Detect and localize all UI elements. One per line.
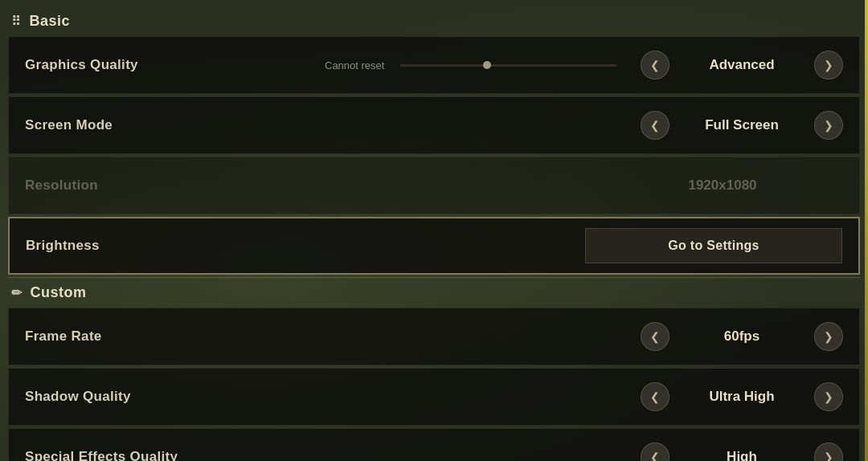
- special-effects-value: High: [669, 449, 814, 461]
- shadow-quality-value: Ultra High: [669, 389, 814, 405]
- graphics-quality-slider-area: Cannot reset: [325, 59, 641, 71]
- screen-mode-label: Screen Mode: [25, 117, 641, 133]
- custom-label: Custom: [31, 284, 87, 301]
- graphics-quality-slider[interactable]: [400, 64, 616, 67]
- screen-mode-value: Full Screen: [669, 117, 814, 133]
- special-effects-quality-label: Special Effects Quality: [25, 449, 641, 461]
- graphics-quality-label: Graphics Quality: [25, 57, 325, 73]
- custom-section-header: ✏ Custom: [8, 277, 860, 308]
- special-effects-left-arrow[interactable]: ❮: [641, 443, 669, 461]
- basic-icon: ⠿: [11, 14, 22, 29]
- screen-mode-row: Screen Mode ❮ Full Screen ❯: [8, 96, 860, 154]
- screen-mode-right-arrow[interactable]: ❯: [814, 111, 843, 140]
- frame-rate-value: 60fps: [669, 328, 814, 345]
- graphics-quality-value: Advanced: [669, 57, 814, 73]
- screen-mode-control: ❮ Full Screen ❯: [641, 111, 843, 140]
- goto-settings-button[interactable]: Go to Settings: [585, 228, 842, 263]
- frame-rate-left-arrow[interactable]: ❮: [641, 322, 669, 351]
- graphics-quality-right-arrow[interactable]: ❯: [814, 51, 843, 80]
- graphics-quality-control: ❮ Advanced ❯: [641, 51, 843, 80]
- slider-thumb[interactable]: [483, 61, 491, 69]
- resolution-label: Resolution: [25, 177, 602, 194]
- shadow-quality-control: ❮ Ultra High ❯: [641, 382, 843, 411]
- brightness-label: Brightness: [26, 238, 585, 254]
- shadow-quality-right-arrow[interactable]: ❯: [814, 382, 843, 411]
- frame-rate-label: Frame Rate: [25, 328, 641, 345]
- frame-rate-control: ❮ 60fps ❯: [641, 322, 843, 351]
- resolution-row: Resolution 1920x1080: [8, 157, 860, 214]
- shadow-quality-label: Shadow Quality: [25, 389, 641, 405]
- shadow-quality-left-arrow[interactable]: ❮: [641, 382, 669, 411]
- frame-rate-right-arrow[interactable]: ❯: [814, 322, 843, 351]
- brightness-row: Brightness Go to Settings: [8, 217, 860, 275]
- frame-rate-row: Frame Rate ❮ 60fps ❯: [8, 308, 860, 365]
- special-effects-quality-row: Special Effects Quality ❮ High ❯: [8, 428, 860, 461]
- screen-mode-left-arrow[interactable]: ❮: [641, 111, 669, 140]
- right-accent-border: [865, 0, 868, 461]
- custom-icon: ✏: [11, 285, 23, 300]
- basic-label: Basic: [30, 13, 71, 30]
- graphics-quality-left-arrow[interactable]: ❮: [641, 51, 669, 80]
- cannot-reset-label: Cannot reset: [325, 59, 384, 71]
- special-effects-right-arrow[interactable]: ❯: [814, 443, 843, 461]
- graphics-quality-row: Graphics Quality Cannot reset ❮ Advanced…: [8, 36, 860, 94]
- resolution-value: 1920x1080: [602, 177, 843, 194]
- basic-section-header: ⠿ Basic: [8, 6, 860, 36]
- shadow-quality-row: Shadow Quality ❮ Ultra High ❯: [8, 368, 860, 426]
- special-effects-quality-control: ❮ High ❯: [641, 443, 843, 461]
